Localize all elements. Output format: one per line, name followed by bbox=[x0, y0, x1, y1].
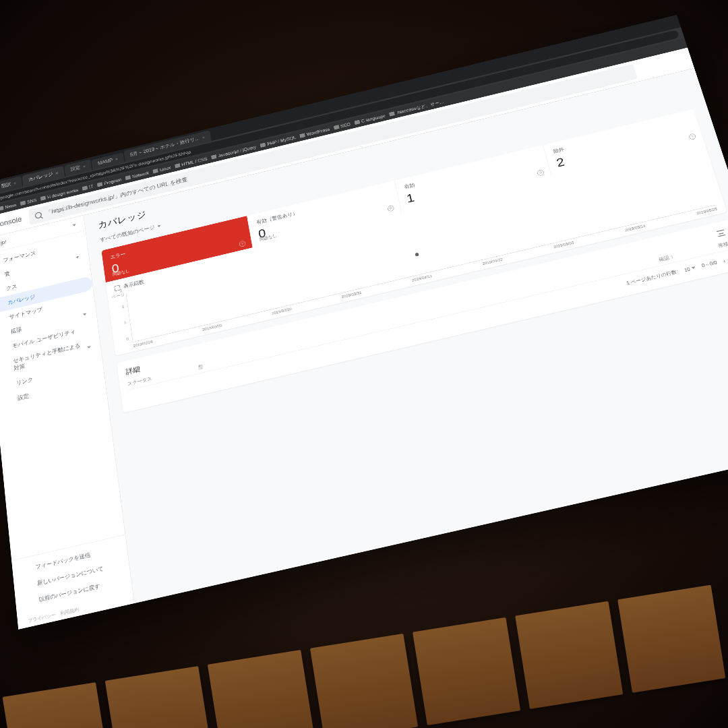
nav-icon bbox=[2, 363, 9, 371]
folder-icon bbox=[40, 195, 46, 200]
sticky-note bbox=[617, 585, 725, 693]
rows-value: 10 bbox=[684, 266, 691, 272]
folder-icon bbox=[82, 185, 88, 190]
col-confirm[interactable]: 確認 ↑ bbox=[659, 253, 675, 263]
folder-icon bbox=[125, 175, 131, 180]
folder-icon bbox=[389, 111, 395, 116]
chevron-down-icon bbox=[83, 313, 86, 315]
tab-label: MAMP bbox=[98, 157, 113, 166]
impressions-label: 表示回数 bbox=[123, 278, 145, 290]
sticky-note bbox=[208, 650, 315, 728]
folder-icon bbox=[175, 163, 180, 168]
chevron-down-icon bbox=[692, 266, 696, 269]
folder-icon bbox=[334, 125, 340, 129]
help-icon[interactable]: ? bbox=[688, 133, 696, 140]
info-icon bbox=[24, 581, 32, 590]
folder-icon bbox=[97, 182, 102, 187]
page-range: 0～0/0 bbox=[701, 260, 718, 269]
help-icon[interactable]: ? bbox=[537, 169, 544, 176]
info-icon bbox=[22, 565, 30, 574]
folder-icon bbox=[211, 154, 216, 159]
nav-label: 設定 bbox=[18, 392, 30, 402]
nav-label: リンク bbox=[16, 375, 33, 387]
nav-label: クス bbox=[6, 282, 18, 292]
bookmark-item[interactable]: IT bbox=[82, 184, 94, 191]
nav-icon bbox=[5, 396, 13, 404]
close-icon[interactable]: × bbox=[202, 135, 205, 140]
y-axis-label: ページ bbox=[111, 292, 125, 301]
close-icon[interactable]: × bbox=[13, 181, 17, 186]
y-tick: 0 bbox=[126, 336, 129, 341]
nav-label: 査 bbox=[4, 270, 10, 278]
detail-title: 詳細 bbox=[125, 365, 141, 377]
folder-icon bbox=[354, 120, 360, 125]
product-logo: ch Console bbox=[0, 215, 22, 232]
folder-icon bbox=[300, 133, 306, 138]
y-tick: 1 bbox=[124, 320, 127, 325]
chevron-down-icon bbox=[87, 346, 91, 348]
nav-icon bbox=[0, 330, 6, 338]
rows-per-page-select[interactable]: 10 bbox=[684, 265, 696, 272]
account-icon[interactable] bbox=[675, 55, 686, 65]
help-icon[interactable] bbox=[642, 63, 653, 73]
folder-icon bbox=[20, 201, 26, 206]
property-label: orks.jp/ bbox=[0, 239, 7, 249]
y-tick: 3 bbox=[119, 289, 122, 293]
search-icon bbox=[34, 211, 42, 218]
data-point[interactable] bbox=[415, 253, 419, 257]
nav-label: 拡張 bbox=[10, 326, 22, 336]
close-icon[interactable]: × bbox=[115, 156, 118, 162]
folder-icon bbox=[260, 143, 266, 148]
apps-icon[interactable] bbox=[659, 59, 669, 69]
sticky-note bbox=[310, 634, 418, 728]
chevron-down-icon bbox=[157, 224, 160, 227]
y-tick: 2 bbox=[121, 305, 124, 309]
help-icon[interactable]: ? bbox=[387, 205, 394, 212]
info-icon bbox=[26, 597, 34, 607]
help-icon[interactable]: ? bbox=[239, 241, 245, 247]
chevron-down-icon bbox=[72, 224, 75, 226]
close-icon[interactable]: × bbox=[55, 171, 59, 176]
close-icon[interactable]: × bbox=[82, 164, 86, 169]
sticky-note bbox=[413, 617, 520, 725]
chevron-down-icon bbox=[75, 256, 79, 259]
sticky-note bbox=[515, 601, 623, 709]
nav-icon bbox=[3, 382, 11, 390]
folder-icon bbox=[0, 206, 3, 211]
filter-icon[interactable] bbox=[717, 229, 726, 237]
prev-page-button[interactable]: ‹ bbox=[723, 258, 726, 264]
folder-icon bbox=[153, 169, 158, 173]
tab-label: 設定 bbox=[70, 164, 81, 173]
